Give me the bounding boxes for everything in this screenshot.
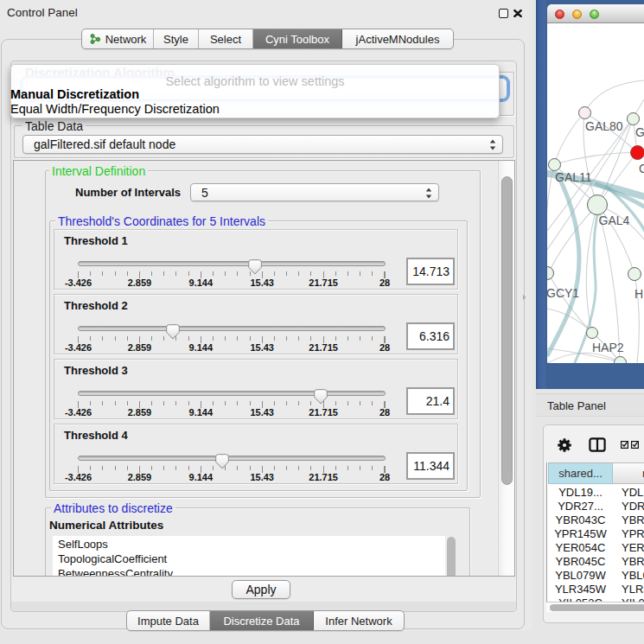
column-header-name[interactable]: n <box>613 462 644 484</box>
close-traffic-light[interactable] <box>555 10 564 19</box>
splitter-handle-icon[interactable] <box>522 294 526 301</box>
table-cell[interactable]: YBR0 <box>622 513 644 526</box>
gear-icon[interactable] <box>558 438 571 452</box>
network-node[interactable] <box>627 112 640 125</box>
network-node[interactable] <box>586 327 598 339</box>
apply-button-label: Apply <box>245 583 276 596</box>
threshold-panel-2: Threshold 2-3.4262.8599.14415.4321.71528… <box>54 294 458 354</box>
table-cell[interactable]: YDR27... <box>548 499 613 513</box>
popup-item-equal-width[interactable]: Equal Width/Frequency Discretization <box>10 102 220 116</box>
node-label: GAL11 <box>555 170 592 184</box>
table-horizontal-scrollbar-thumb[interactable] <box>550 604 644 611</box>
table-cell[interactable]: YER054C <box>548 540 613 554</box>
threshold-value-field[interactable]: 14.713 <box>406 258 455 285</box>
threshold-panel-4: Threshold 4-3.4262.8599.14415.4321.71528… <box>54 424 458 484</box>
table-cell[interactable]: YDL1 <box>622 485 644 499</box>
node-label: GAL80 <box>585 119 623 133</box>
table-cell[interactable]: YBR045C <box>548 554 613 568</box>
popup-prompt-item[interactable]: Select algorithm to view settings <box>11 74 499 88</box>
table-cell[interactable]: YER0 <box>622 540 644 554</box>
slider-track[interactable] <box>78 326 386 331</box>
table-cell[interactable]: YLR3 <box>622 582 644 596</box>
table-data-combobox-value: galFiltered.sif default node <box>34 137 175 151</box>
thresholds-group: Threshold's Coordinates for 5 Intervals … <box>49 220 468 491</box>
split-columns-icon[interactable] <box>589 437 606 452</box>
threshold-value-field[interactable]: 6.316 <box>406 322 455 350</box>
attributes-list-scrollbar[interactable] <box>445 536 457 576</box>
threshold-value-field[interactable]: 21.4 <box>406 387 455 415</box>
network-icon <box>89 33 101 45</box>
column-header-shared-name[interactable]: shared... <box>548 462 613 484</box>
apply-button[interactable]: Apply <box>232 580 290 599</box>
select-columns-icon[interactable] <box>621 441 640 449</box>
tab-network[interactable]: Network <box>82 29 154 48</box>
table-cell[interactable]: YDR2 <box>622 499 644 513</box>
slider-scale: -3.4262.8599.14415.4321.71528 <box>54 407 457 418</box>
table-cell[interactable]: YPR145W <box>548 526 613 540</box>
tab-cyni-toolbox[interactable]: Cyni Toolbox <box>253 29 342 48</box>
settings-scrollbar-thumb[interactable] <box>501 176 513 485</box>
network-canvas[interactable]: GAL80 GA G GAL11 GAL4 GCY1 H HAP2 <box>547 23 644 363</box>
tab-discretize-data-label: Discretize Data <box>223 615 299 628</box>
threshold-panel-1: Threshold 1-3.4262.8599.14415.4321.71528… <box>54 229 458 290</box>
table-data-combobox[interactable]: galFiltered.sif default node <box>22 135 503 154</box>
table-cell[interactable]: YPR1 <box>622 526 644 540</box>
network-edges <box>547 23 644 363</box>
algorithm-dropdown-popup: Select algorithm to view settings Manual… <box>10 64 500 118</box>
network-node[interactable] <box>578 106 591 119</box>
settings-scrollbar[interactable] <box>498 161 515 576</box>
threshold-label: Threshold 2 <box>64 299 128 312</box>
network-window-titlebar <box>547 4 644 23</box>
threshold-panel-3: Threshold 3-3.4262.8599.14415.4321.71528… <box>54 359 458 419</box>
tab-select-label: Select <box>210 33 241 46</box>
numerical-attributes-list[interactable]: SelfLoops TopologicalCoefficient Between… <box>53 536 445 577</box>
list-item[interactable]: TopologicalCoefficient <box>58 552 167 565</box>
control-panel-titlebar: Control Panel <box>0 0 532 25</box>
slider-track[interactable] <box>78 456 386 461</box>
table-cell[interactable]: YBL079W <box>548 568 613 582</box>
node-label: GCY1 <box>547 286 579 300</box>
table-horizontal-scrollbar[interactable] <box>546 602 644 612</box>
attributes-list-scrollbar-thumb[interactable] <box>447 537 456 577</box>
numerical-attributes-label: Numerical Attributes <box>49 519 163 532</box>
tab-jactivemnodules[interactable]: jActiveMNodules <box>342 29 453 48</box>
table-panel-bar: Table Panel <box>536 393 644 417</box>
threshold-value-field[interactable]: 11.344 <box>406 452 455 480</box>
network-node[interactable] <box>628 267 641 281</box>
attributes-group-title: Attributes to discretize <box>51 501 175 515</box>
table-cell[interactable]: YBR043C <box>548 513 613 526</box>
tab-impute-data[interactable]: Impute Data <box>127 611 210 630</box>
list-item[interactable]: SelfLoops <box>58 538 108 551</box>
close-icon[interactable] <box>513 10 522 17</box>
threshold-label: Threshold 4 <box>64 429 128 442</box>
threshold-label: Threshold 1 <box>64 234 128 247</box>
zoom-traffic-light[interactable] <box>590 10 599 19</box>
network-node-selected[interactable] <box>630 145 644 160</box>
network-node[interactable] <box>548 158 561 171</box>
number-of-intervals-label: Number of Intervals <box>75 186 181 199</box>
slider-scale: -3.4262.8599.14415.4321.71528 <box>54 277 457 288</box>
slider-track[interactable] <box>78 261 386 266</box>
popup-item-manual-discretization[interactable]: Manual Discretization <box>10 87 139 101</box>
tab-discretize-data[interactable]: Discretize Data <box>210 611 314 630</box>
combo-arrows-icon <box>489 139 496 150</box>
tab-infer-network[interactable]: Infer Network <box>314 611 404 630</box>
network-node[interactable] <box>587 194 608 215</box>
minimize-traffic-light[interactable] <box>572 10 582 19</box>
number-of-intervals-combobox[interactable]: 5 <box>190 183 439 201</box>
slider-track[interactable] <box>78 391 386 396</box>
float-window-icon[interactable] <box>499 9 508 18</box>
tab-style[interactable]: Style <box>154 29 199 48</box>
interval-definition-group-title: Interval Definition <box>49 164 148 178</box>
number-of-intervals-value: 5 <box>201 186 208 200</box>
thresholds-group-title: Threshold's Coordinates for 5 Intervals <box>55 214 268 228</box>
table-panel-window: shared... n YDL19... YDR27... YBR043C YP… <box>543 424 644 623</box>
table-cell[interactable]: YLR345W <box>548 582 613 596</box>
table-cell[interactable]: YDL19... <box>548 485 613 499</box>
control-panel-window: Control Panel Network Style <box>0 0 532 631</box>
table-cell[interactable]: YBR0 <box>622 554 644 568</box>
slider-scale: -3.4262.8599.14415.4321.71528 <box>54 342 457 353</box>
tab-select[interactable]: Select <box>199 29 253 48</box>
list-item[interactable]: BetweennessCentrality <box>58 567 173 577</box>
table-cell[interactable]: YBL0 <box>622 568 644 582</box>
